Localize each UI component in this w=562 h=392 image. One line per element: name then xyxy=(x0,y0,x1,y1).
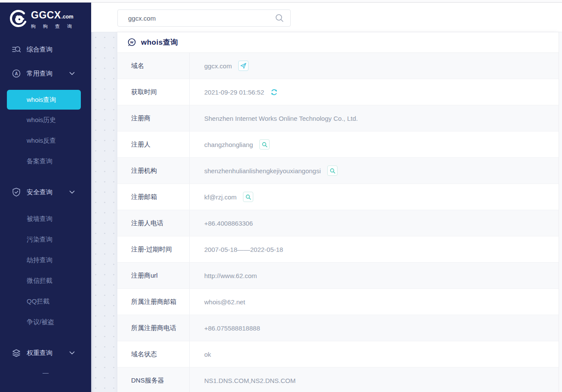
row-label: 注册商 xyxy=(117,105,190,131)
row-value: ok xyxy=(204,351,211,358)
sidebar-nav: 综合查询 A 常用查询 whois查询 whois历史 whois反查 备案查询 xyxy=(0,41,91,361)
sidebar-item[interactable]: 微信拦截 xyxy=(0,270,91,291)
chevron-down-icon xyxy=(69,190,75,194)
sidebar-item[interactable]: 被墙查询 xyxy=(0,208,91,229)
search-lines-icon xyxy=(12,45,21,54)
sidebar-item[interactable]: 劫持查询 xyxy=(0,250,91,270)
row-label: 域名状态 xyxy=(117,341,190,367)
search-box xyxy=(117,9,291,27)
table-row: 注册-过期时间 2007-05-18——2022-05-18 xyxy=(117,236,559,263)
sidebar-item[interactable]: whois查询 xyxy=(7,90,81,110)
table-row: 域名 ggcx.com xyxy=(117,53,559,79)
whois-table: 域名 ggcx.com 获取时间 2021-09-29 01:56:52 注册商… xyxy=(117,53,559,392)
search-action-icon[interactable] xyxy=(327,165,338,176)
search-action-icon[interactable] xyxy=(243,192,253,202)
row-value: changzhongliang xyxy=(204,141,253,148)
sidebar-item[interactable]: QQ拦截 xyxy=(0,291,91,312)
page: GGCX .com 狗 狗 查 询 综合查询 A 常用查询 xyxy=(0,0,562,392)
circle-a-icon: A xyxy=(12,69,21,78)
card-title-bar: w whois查询 xyxy=(117,32,559,53)
sidebar-section-header[interactable]: 综合查询 xyxy=(0,41,91,58)
row-value: NS1.DNS.COM,NS2.DNS.COM xyxy=(204,377,296,384)
sidebar-item[interactable]: 备案查询 xyxy=(0,151,91,172)
row-value: ggcx.com xyxy=(204,62,232,70)
chevron-down-icon xyxy=(69,351,75,355)
row-value: +86.075588818888 xyxy=(204,325,260,332)
sidebar-section: 综合查询 xyxy=(0,41,91,58)
row-value: kf@rzj.com xyxy=(204,193,236,201)
whois-card: w whois查询 域名 ggcx.com 获取时间 2021-09-29 01… xyxy=(117,32,559,392)
table-row: 域名状态 ok xyxy=(117,341,559,368)
search-input[interactable] xyxy=(128,15,275,22)
sidebar-section-header[interactable]: 权重查询 xyxy=(0,344,91,361)
table-row: 所属注册商电话 +86.075588818888 xyxy=(117,315,559,341)
svg-text:w: w xyxy=(130,40,134,44)
whois-title-icon: w xyxy=(127,38,136,47)
table-row: 所属注册商邮箱 whois@62.net xyxy=(117,289,559,315)
sidebar-section: A 常用查询 whois查询 whois历史 whois反查 备案查询 xyxy=(0,65,91,172)
content: w whois查询 域名 ggcx.com 获取时间 2021-09-29 01… xyxy=(91,3,562,392)
scrollbar[interactable] xyxy=(559,32,562,392)
sidebar-item[interactable]: 争议/被盗 xyxy=(0,312,91,332)
work-area: w whois查询 域名 ggcx.com 获取时间 2021-09-29 01… xyxy=(91,32,562,392)
top-strip xyxy=(0,0,562,3)
sidebar-item[interactable]: whois反查 xyxy=(0,130,91,151)
logo[interactable]: GGCX .com 狗 狗 查 询 xyxy=(0,3,91,30)
brand-suffix: .com xyxy=(61,14,74,20)
sidebar-item[interactable]: 污染查询 xyxy=(0,229,91,250)
svg-text:A: A xyxy=(15,71,18,76)
sidebar-footer-dash: — xyxy=(0,369,91,376)
send-icon[interactable] xyxy=(238,61,249,71)
row-value: http://www.62.com xyxy=(204,272,257,279)
brand-subtitle: 狗 狗 查 询 xyxy=(31,23,75,30)
row-label: 注册人 xyxy=(117,132,190,157)
refresh-icon[interactable] xyxy=(270,89,278,96)
row-label: 所属注册商邮箱 xyxy=(117,289,190,315)
row-value: shenzhenhulianlishengkejiyouxiangongsi xyxy=(204,167,321,175)
chevron-down-icon xyxy=(69,72,75,76)
row-label: 所属注册商电话 xyxy=(117,315,190,341)
sidebar-item[interactable]: whois历史 xyxy=(0,110,91,130)
table-row: 注册人电话 +86.4008863306 xyxy=(117,210,559,236)
table-row: 注册邮箱 kf@rzj.com xyxy=(117,184,559,210)
row-label: 注册商url xyxy=(117,263,190,288)
row-label: 获取时间 xyxy=(117,79,190,105)
sidebar-section: 安全查询 被墙查询 污染查询 劫持查询 微信拦截 QQ拦截 争议/被盗 xyxy=(0,184,91,332)
row-value: 2007-05-18——2022-05-18 xyxy=(204,246,283,253)
row-label: DNS服务器 xyxy=(117,368,190,392)
table-row: 获取时间 2021-09-29 01:56:52 xyxy=(117,79,559,105)
row-value: whois@62.net xyxy=(204,298,245,306)
row-label: 注册机构 xyxy=(117,158,190,184)
row-value: +86.4008863306 xyxy=(204,220,253,227)
sidebar: GGCX .com 狗 狗 查 询 综合查询 A 常用查询 xyxy=(0,3,91,392)
dog-logo-icon xyxy=(9,9,28,29)
row-label: 域名 xyxy=(117,53,190,79)
search-icon[interactable] xyxy=(275,13,284,23)
table-row: 注册机构 shenzhenhulianlishengkejiyouxiangon… xyxy=(117,158,559,184)
table-row: 注册人 changzhongliang xyxy=(117,132,559,158)
page-title: whois查询 xyxy=(141,37,178,47)
layers-icon xyxy=(12,348,21,358)
sidebar-section-header[interactable]: A 常用查询 xyxy=(0,65,91,82)
table-row: 注册商url http://www.62.com xyxy=(117,263,559,289)
row-label: 注册邮箱 xyxy=(117,184,190,210)
row-label: 注册人电话 xyxy=(117,210,190,236)
table-row: 注册商 Shenzhen Internet Works Online Techn… xyxy=(117,105,559,132)
row-label: 注册-过期时间 xyxy=(117,236,190,262)
topbar xyxy=(91,3,562,32)
shield-check-icon xyxy=(12,187,21,197)
row-value: Shenzhen Internet Works Online Technolog… xyxy=(204,115,358,122)
brand-name: GGCX xyxy=(31,9,61,21)
row-value: 2021-09-29 01:56:52 xyxy=(204,89,264,96)
table-row: DNS服务器 NS1.DNS.COM,NS2.DNS.COM xyxy=(117,368,559,392)
search-action-icon[interactable] xyxy=(259,139,270,150)
sidebar-section-header[interactable]: 安全查询 xyxy=(0,184,91,201)
sidebar-section: 权重查询 xyxy=(0,344,91,361)
